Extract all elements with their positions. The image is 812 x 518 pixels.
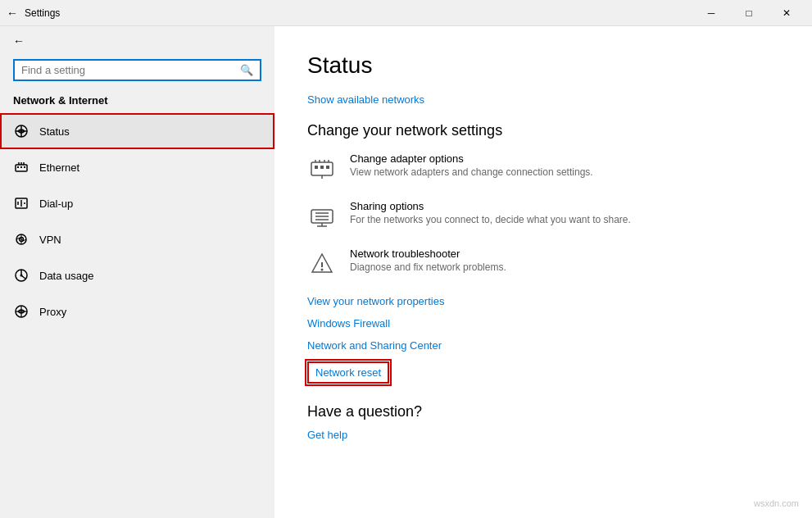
sidebar-item-data-usage[interactable]: Data usage (0, 257, 274, 293)
network-reset-link[interactable]: Network reset (307, 361, 389, 384)
adapter-options-text: Change adapter options View network adap… (350, 152, 593, 178)
status-icon (13, 123, 29, 139)
adapter-icon (307, 154, 337, 184)
sidebar-section-title: Network & Internet (0, 91, 274, 113)
troubleshooter-icon (307, 249, 337, 279)
troubleshooter-text: Network troubleshooter Diagnose and fix … (350, 248, 506, 273)
sidebar-item-vpn[interactable]: VPN (0, 221, 274, 257)
sidebar-item-proxy-label: Proxy (39, 306, 66, 318)
svg-point-18 (20, 275, 23, 277)
troubleshooter-item[interactable]: Network troubleshooter Diagnose and fix … (307, 248, 779, 279)
sharing-options-title: Sharing options (350, 200, 631, 212)
back-button[interactable]: ← (0, 26, 274, 56)
sidebar-item-dialup[interactable]: Dial-up (0, 185, 274, 221)
close-button[interactable]: ✕ (768, 0, 805, 26)
search-icon[interactable]: 🔍 (240, 64, 253, 76)
data-usage-icon (13, 267, 29, 284)
svg-rect-9 (24, 166, 25, 168)
view-network-properties-link[interactable]: View your network properties (307, 295, 779, 307)
adapter-options-desc: View network adapters and change connect… (350, 166, 593, 178)
sidebar-item-status[interactable]: Status (0, 113, 274, 149)
back-arrow-icon[interactable]: ← (7, 7, 18, 20)
titlebar: ← Settings ─ □ ✕ (0, 0, 812, 26)
windows-firewall-link[interactable]: Windows Firewall (307, 317, 779, 329)
svg-point-35 (321, 269, 324, 271)
proxy-icon (13, 303, 29, 320)
search-box[interactable]: 🔍 (13, 59, 261, 81)
back-arrow-icon: ← (13, 34, 25, 48)
content-area: Status Show available networks Change yo… (274, 26, 812, 518)
have-question-heading: Have a question? (307, 403, 779, 420)
show-available-networks-link[interactable]: Show available networks (307, 93, 424, 106)
troubleshooter-desc: Diagnose and fix network problems. (350, 261, 506, 273)
sidebar-item-proxy[interactable]: Proxy (0, 293, 274, 329)
adapter-options-item[interactable]: Change adapter options View network adap… (307, 152, 779, 184)
svg-rect-29 (326, 166, 329, 169)
sharing-options-text: Sharing options For the networks you con… (350, 200, 631, 225)
troubleshooter-title: Network troubleshooter (350, 248, 506, 260)
search-input[interactable] (21, 64, 240, 76)
network-sharing-center-link[interactable]: Network and Sharing Center (307, 339, 779, 352)
ethernet-icon (13, 159, 29, 175)
sidebar-item-data-usage-label: Data usage (39, 270, 94, 282)
sharing-options-item[interactable]: Sharing options For the networks you con… (307, 200, 779, 231)
titlebar-left: ← Settings (7, 7, 60, 20)
titlebar-title: Settings (25, 7, 60, 19)
svg-rect-27 (315, 166, 318, 169)
minimize-button[interactable]: ─ (692, 0, 730, 26)
titlebar-controls: ─ □ ✕ (692, 0, 805, 26)
watermark: wsxdn.com (754, 498, 799, 508)
svg-rect-7 (17, 166, 19, 168)
sidebar-item-ethernet-label: Ethernet (39, 161, 79, 174)
change-settings-heading: Change your network settings (307, 122, 779, 139)
adapter-options-title: Change adapter options (350, 152, 593, 165)
sidebar-item-vpn-label: VPN (39, 234, 61, 246)
sidebar-item-dialup-label: Dial-up (39, 198, 73, 210)
svg-rect-8 (20, 166, 22, 168)
dialup-icon (13, 195, 29, 211)
sidebar: ← 🔍 Network & Internet Status (0, 26, 274, 518)
sharing-options-desc: For the networks you connect to, decide … (350, 214, 631, 225)
vpn-icon (13, 231, 29, 248)
sidebar-item-status-label: Status (39, 125, 70, 138)
get-help-link[interactable]: Get help (307, 429, 347, 441)
sidebar-item-ethernet[interactable]: Ethernet (0, 149, 274, 185)
svg-rect-28 (320, 166, 324, 169)
sharing-icon (307, 202, 337, 231)
app-container: ← 🔍 Network & Internet Status (0, 26, 812, 518)
maximize-button[interactable]: □ (730, 0, 768, 26)
page-title: Status (307, 52, 779, 79)
